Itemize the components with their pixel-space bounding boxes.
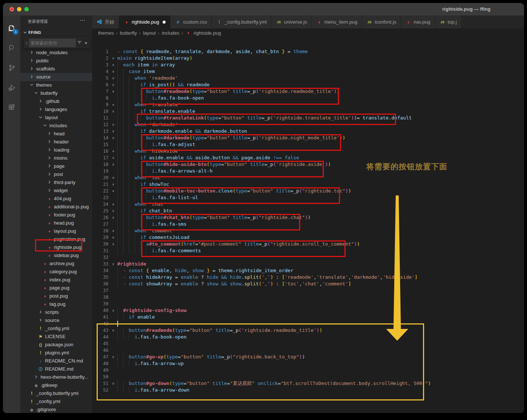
code-line-27[interactable]: 27 i.fas.fa-sms	[92, 221, 524, 228]
fold-chevron-icon[interactable]: ∨	[110, 307, 117, 314]
code-line-13[interactable]: 13∨ if darkmode.enable && darkmode.butto…	[92, 128, 524, 135]
tree-file-.gitkeep[interactable]: ◈.gitkeep	[20, 381, 92, 389]
fold-chevron-icon[interactable]: ∨	[110, 188, 117, 194]
workspace-section-header[interactable]: FFING	[20, 29, 92, 37]
close-window-button[interactable]	[10, 7, 14, 11]
tab-nav.pug[interactable]: ♦nav.pug	[401, 15, 435, 28]
search-icon[interactable]	[3, 41, 20, 55]
code-line-52[interactable]: 52 i.fas.fa-arrow-down	[92, 387, 524, 393]
code-line-45[interactable]: 45	[92, 340, 524, 347]
code-line-34[interactable]: 34 - const { enable, hide, show } = them…	[92, 267, 524, 274]
code-line-9[interactable]: 9∨ when 'translate'	[92, 101, 524, 108]
tree-file-additional-js.pug[interactable]: ♦additional-js.pug	[20, 203, 92, 211]
tree-file-page.pug[interactable]: ♦page.pug	[20, 284, 92, 292]
tree-file-package.json[interactable]: {}package.json	[20, 341, 92, 349]
source-control-icon[interactable]	[3, 60, 20, 75]
tree-find-input[interactable]	[29, 39, 76, 47]
tree-file-_config.butterfly.yml[interactable]: !_config.butterfly.yml	[20, 389, 92, 398]
code-line-49[interactable]: 49	[92, 367, 524, 374]
breadcrumb-item[interactable]: includes	[162, 30, 180, 36]
tab-universe.js[interactable]: JSuniverse.js	[271, 15, 312, 28]
fold-chevron-icon[interactable]: ∨	[110, 75, 117, 81]
code-line-1[interactable]: 1- const { readmode, translate, darkmode…	[92, 48, 524, 55]
fold-chevron-icon[interactable]: ∨	[110, 208, 117, 214]
tree-folder-public[interactable]: public	[20, 57, 92, 65]
fold-chevron-icon[interactable]: ∨	[110, 214, 117, 221]
tab-[interactable]: 开始	[92, 15, 119, 28]
code-line-40[interactable]: 40∨ #rightside-config-show	[92, 307, 524, 314]
tree-folder-themes[interactable]: themes	[20, 81, 92, 89]
fold-chevron-icon[interactable]: ∨	[110, 174, 117, 181]
fold-chevron-icon[interactable]: ∨	[110, 161, 117, 168]
breadcrumb-item[interactable]: butterfly	[120, 30, 137, 36]
code-line-16[interactable]: 16∨ when 'hideAside'	[92, 148, 524, 155]
drag-grip-icon[interactable]: ⣿	[24, 42, 29, 45]
fold-chevron-icon[interactable]: ∨	[110, 81, 117, 88]
tree-file-404.pug[interactable]: ♦404.pug	[20, 195, 92, 203]
zoom-window-button[interactable]	[24, 7, 29, 11]
tree-file-LICENSE[interactable]: ⚑LICENSE	[20, 333, 92, 341]
tree-folder-butterfly[interactable]: butterfly	[20, 89, 92, 97]
tree-file-_config.yml[interactable]: !_config.yml	[20, 398, 92, 406]
tree-folder-third-party[interactable]: third-party	[20, 178, 92, 187]
code-line-35[interactable]: 35 - const hideArray = enable ? hide && …	[92, 274, 524, 281]
tree-file-pagination.pug[interactable]: ♦pagination.pug	[20, 235, 92, 243]
tree-file-tag.pug[interactable]: ♦tag.pug	[20, 300, 92, 308]
tab-custom.css[interactable]: #custom.css	[170, 15, 212, 28]
tree-folder-mixins[interactable]: mixins	[20, 154, 92, 162]
code-line-38[interactable]: 38	[92, 294, 524, 301]
tree-file-sidebar.pug[interactable]: ♦sidebar.pug	[20, 251, 92, 260]
fold-chevron-icon[interactable]: ∨	[110, 128, 117, 135]
code-editor[interactable]: 1- const { readmode, translate, darkmode…	[92, 37, 524, 413]
tree-folder-head[interactable]: head	[20, 130, 92, 138]
fold-chevron-icon[interactable]: ∨	[110, 234, 117, 241]
code-line-32[interactable]: 32	[92, 254, 524, 261]
tree-file-.gitignore[interactable]: ◈.gitignore	[20, 406, 92, 413]
code-line-2[interactable]: 2∨mixin rightsideItem(array)	[92, 55, 524, 62]
fold-chevron-icon[interactable]: ∨	[110, 261, 117, 267]
fold-chevron-icon[interactable]: ∨	[110, 88, 117, 95]
tree-folder-header[interactable]: header	[20, 138, 92, 146]
code-line-14[interactable]: 14∨ button#darkmode(type="button" title=…	[92, 135, 524, 141]
tab-iconfont.js[interactable]: JSiconfont.js	[362, 15, 401, 28]
code-line-18[interactable]: 18∨ button#hide-aside-btn(type="button" …	[92, 161, 524, 168]
code-line-51[interactable]: 51∨ button#go-down(type="button" title="…	[92, 380, 524, 387]
tab-top.j[interactable]: JStop.j	[435, 15, 462, 28]
tree-folder-page[interactable]: page	[20, 162, 92, 170]
fold-chevron-icon[interactable]: ∨	[110, 181, 117, 188]
code-line-43[interactable]: 43∨ button#readmode(type="button" title=…	[92, 327, 524, 334]
breadcrumb-item[interactable]: rightside.pug	[194, 30, 221, 36]
tree-file-rightside.pug[interactable]: ♦rightside.pug	[20, 243, 92, 251]
fold-chevron-icon[interactable]: ∨	[110, 101, 117, 108]
code-line-20[interactable]: 20∨ when 'toc'	[92, 174, 524, 181]
fold-chevron-icon[interactable]: ∨	[110, 201, 117, 208]
fold-chevron-icon[interactable]: ∨	[110, 148, 117, 155]
tab-menu_item.pug[interactable]: ♦menu_item.pug	[312, 15, 362, 28]
tree-file-plugins.yml[interactable]: !plugins.yml	[20, 349, 92, 357]
fold-chevron-icon[interactable]: ∨	[110, 327, 117, 334]
close-icon[interactable]: ×	[83, 40, 89, 46]
code-line-24[interactable]: 24∨ when 'chat'	[92, 201, 524, 208]
fold-chevron-icon[interactable]: ∨	[110, 62, 117, 68]
tree-folder-source[interactable]: source	[20, 73, 92, 81]
code-line-25[interactable]: 25∨ if chat_btn	[92, 208, 524, 214]
tree-folder-widget[interactable]: widget	[20, 187, 92, 195]
tree-file-layout.pug[interactable]: ♦layout.pug	[20, 227, 92, 235]
fold-chevron-icon[interactable]: ∨	[110, 241, 117, 247]
code-line-8[interactable]: 8 i.fas.fa-book-open	[92, 95, 524, 101]
code-line-42[interactable]: 42	[92, 320, 524, 327]
code-line-17[interactable]: 17∨ if aside.enable && aside.button && p…	[92, 155, 524, 161]
code-line-10[interactable]: 10∨ if translate.enable	[92, 108, 524, 115]
fold-chevron-icon[interactable]: ∨	[110, 68, 117, 75]
tree-folder-languages[interactable]: languages	[20, 105, 92, 114]
fold-chevron-icon[interactable]: ∨	[110, 228, 117, 234]
code-line-31[interactable]: 31 i.fas.fa-comments	[92, 247, 524, 254]
filter-icon[interactable]	[76, 40, 83, 46]
code-line-15[interactable]: 15 i.fas.fa-adjust	[92, 141, 524, 148]
tree-folder-scripts[interactable]: scripts	[20, 308, 92, 316]
tree-file-footer.pug[interactable]: ♦footer.pug	[20, 211, 92, 219]
code-line-11[interactable]: 11 button#translateLink(type="button" ti…	[92, 115, 524, 121]
code-line-48[interactable]: 48 i.fas.fa-arrow-up	[92, 360, 524, 367]
code-line-7[interactable]: 7∨ button#readmode(type="button" title=_…	[92, 88, 524, 95]
tree-folder-includes[interactable]: includes	[20, 122, 92, 130]
